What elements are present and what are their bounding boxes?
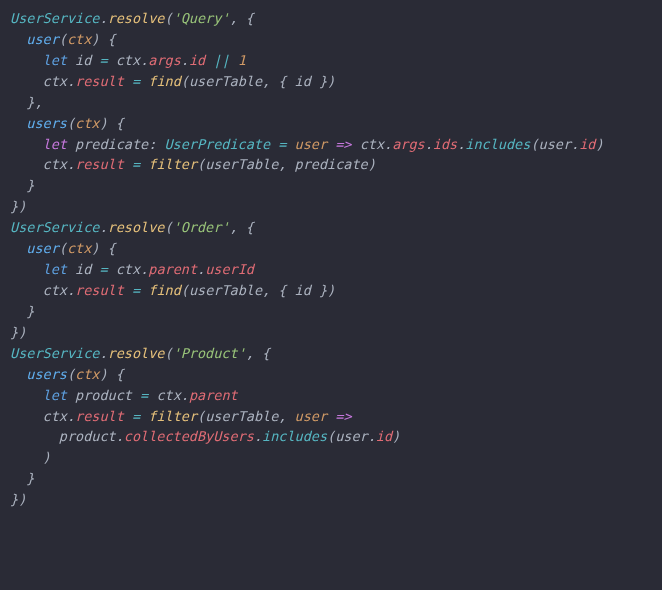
token-ident: userTable [189,73,262,89]
token-arrow: => [335,136,351,152]
token-kw-let: let [43,52,67,68]
token-prop: result [75,156,124,172]
token-punc [67,52,75,68]
token-punc: ) { [91,240,115,256]
token-punc: . [67,282,75,298]
code-line: } [10,301,652,322]
code-line: product.collectedByUsers.includes(user.i… [10,426,652,447]
token-param: ctx [75,366,99,382]
token-punc: . [197,261,205,277]
code-line: ctx.result = find(userTable, { id }) [10,71,652,92]
token-punc: , { [246,345,270,361]
token-punc: ) [392,428,400,444]
token-punc [10,115,26,131]
code-line: let product = ctx.parent [10,385,652,406]
token-punc: . [571,136,579,152]
token-punc: . [99,345,107,361]
token-type: UserPredicate [164,136,270,152]
token-type: UserService [10,345,99,361]
token-punc: } [10,303,34,319]
token-punc [132,387,140,403]
token-punc: ) { [99,115,123,131]
token-kw-let: let [43,387,67,403]
token-punc: . [384,136,392,152]
token-ident: product [59,428,116,444]
token-prop: id [579,136,595,152]
token-punc: ( [164,345,172,361]
token-op: = [140,387,148,403]
token-type: UserService [10,10,99,26]
code-line: UserService.resolve('Query', { [10,8,652,29]
token-punc [10,73,43,89]
token-punc [10,52,43,68]
token-call: find [148,73,181,89]
token-prop: parent [189,387,238,403]
token-ident: ctx [156,387,180,403]
token-punc [10,387,43,403]
token-ident: predicate [75,136,148,152]
token-punc [124,282,132,298]
code-line: ) [10,447,652,468]
token-ident: product [75,387,132,403]
token-num: 1 [238,52,246,68]
token-punc: }) [10,198,26,214]
token-punc: }, [10,94,43,110]
token-prop: collectedByUsers [124,428,254,444]
token-punc: ( [197,156,205,172]
token-fn: user [26,31,59,47]
token-op: = [132,73,140,89]
token-punc [67,387,75,403]
token-ident: ctx [116,261,140,277]
token-call: resolve [108,10,165,26]
token-punc [10,428,59,444]
token-punc: , { [230,219,254,235]
token-param: ctx [75,115,99,131]
token-punc [108,52,116,68]
token-punc [124,73,132,89]
token-punc [10,282,43,298]
token-punc: . [254,428,262,444]
token-punc: ) [10,449,51,465]
token-ident: predicate [295,156,368,172]
token-punc: . [99,10,107,26]
token-ident: userTable [205,408,278,424]
token-op: = [99,261,107,277]
token-punc: }) [311,73,335,89]
code-line: user(ctx) { [10,238,652,259]
token-op: = [132,408,140,424]
code-line: }) [10,196,652,217]
token-punc [67,136,75,152]
token-op: || [213,52,229,68]
token-param: user [295,408,328,424]
token-prop: id [189,52,205,68]
token-prop: id [376,428,392,444]
token-punc: , { [262,282,295,298]
token-param: ctx [67,31,91,47]
token-punc: ( [67,115,75,131]
token-ident: id [75,261,91,277]
code-line: } [10,468,652,489]
code-line: let predicate: UserPredicate = user => c… [10,134,652,155]
token-punc: }) [10,491,26,507]
token-ident: user [539,136,572,152]
token-str: 'Product' [173,345,246,361]
token-arrow: => [335,408,351,424]
token-fn: users [26,115,67,131]
code-line: users(ctx) { [10,113,652,134]
token-ident: userTable [205,156,278,172]
code-line: ctx.result = filter(userTable, predicate… [10,154,652,175]
token-prop: result [75,282,124,298]
token-op: = [99,52,107,68]
token-prop: parent [148,261,197,277]
token-punc [327,136,335,152]
token-punc: ( [59,240,67,256]
token-prop: result [75,73,124,89]
token-punc: ( [164,219,172,235]
token-fn: user [26,240,59,256]
code-line: }, [10,92,652,113]
token-punc: ( [327,428,335,444]
token-punc: , [278,156,294,172]
token-ident: user [335,428,368,444]
token-ident: ctx [43,156,67,172]
token-punc: . [181,387,189,403]
